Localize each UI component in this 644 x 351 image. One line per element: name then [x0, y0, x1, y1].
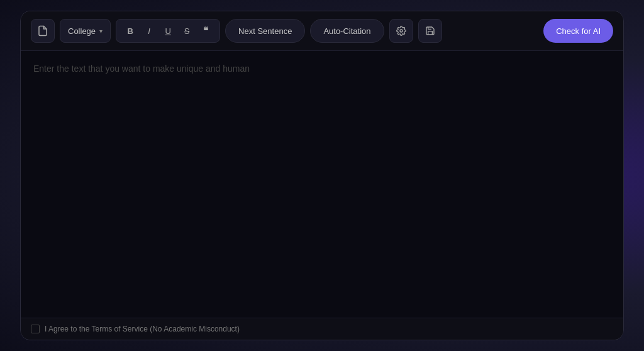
next-sentence-button[interactable]: Next Sentence	[225, 19, 305, 43]
check-ai-label: Check for AI	[556, 26, 601, 36]
save-button[interactable]	[418, 19, 442, 43]
document-icon	[37, 25, 48, 36]
terms-checkbox-wrapper[interactable]: I Agree to the Terms of Service (No Acad…	[31, 325, 240, 333]
settings-button[interactable]	[389, 19, 413, 43]
dropdown-label: College	[68, 26, 96, 36]
save-icon	[425, 26, 435, 36]
next-sentence-label: Next Sentence	[238, 26, 292, 36]
terms-checkbox[interactable]	[31, 325, 40, 333]
underline-button[interactable]: U	[159, 22, 177, 40]
strikethrough-button[interactable]: S	[178, 22, 196, 40]
check-ai-button[interactable]: Check for AI	[543, 19, 613, 43]
format-button-group: B I U S ❝	[116, 19, 220, 43]
quote-icon: ❝	[203, 25, 208, 36]
gear-icon	[396, 26, 406, 36]
terms-label: I Agree to the Terms of Service (No Acad…	[45, 325, 240, 333]
text-editor[interactable]	[21, 51, 623, 315]
college-dropdown[interactable]: College ▾	[60, 19, 111, 43]
auto-citation-label: Auto-Citation	[323, 26, 370, 36]
italic-button[interactable]: I	[140, 22, 158, 40]
quote-button[interactable]: ❝	[197, 22, 214, 40]
main-card: College ▾ B I U S ❝ Next Sentence Auto-C…	[20, 11, 624, 340]
svg-point-0	[400, 30, 402, 32]
bold-button[interactable]: B	[121, 22, 139, 40]
toolbar: College ▾ B I U S ❝ Next Sentence Auto-C…	[21, 11, 623, 51]
chevron-down-icon: ▾	[99, 28, 103, 35]
document-icon-button[interactable]	[31, 19, 55, 43]
auto-citation-button[interactable]: Auto-Citation	[310, 19, 384, 43]
editor-area	[21, 51, 623, 318]
footer-bar: I Agree to the Terms of Service (No Acad…	[21, 318, 623, 340]
